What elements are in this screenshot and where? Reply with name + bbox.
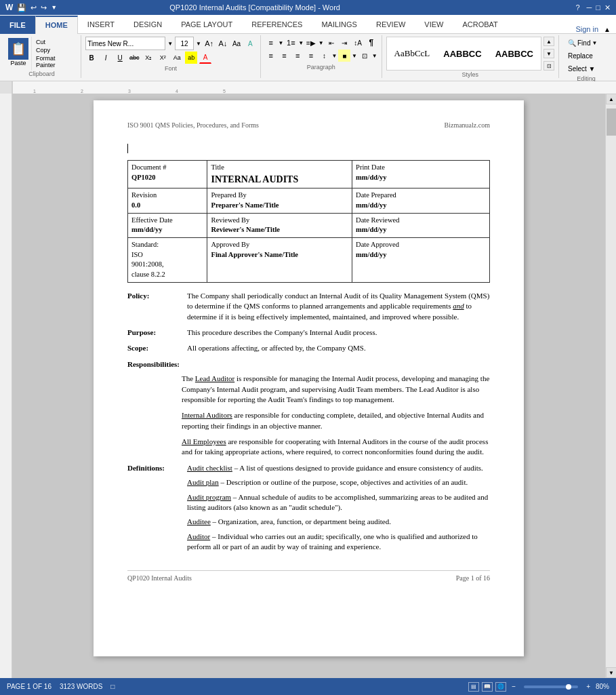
- purpose-label: Purpose:: [127, 327, 182, 338]
- multilevel-list-button[interactable]: ≡▶: [305, 37, 317, 49]
- clear-format-button[interactable]: Aa: [230, 37, 242, 49]
- paste-label: Paste: [10, 60, 26, 66]
- quick-access-redo[interactable]: ↪: [41, 3, 47, 12]
- tab-review[interactable]: REVIEW: [367, 15, 415, 33]
- collapse-ribbon-icon[interactable]: ▲: [604, 26, 611, 33]
- style-default-button[interactable]: AaBbCcL: [388, 38, 436, 69]
- cursor-line[interactable]: [127, 144, 490, 155]
- footer-right: Page 1 of 16: [456, 574, 490, 583]
- strikethrough-button[interactable]: abc: [128, 52, 140, 64]
- zoom-percent[interactable]: 80%: [596, 683, 609, 690]
- select-button[interactable]: Select ▼: [563, 62, 600, 75]
- align-left-button[interactable]: ≡: [265, 49, 277, 62]
- increase-indent-button[interactable]: ⇥: [338, 37, 350, 49]
- zoom-out-button[interactable]: −: [512, 683, 516, 690]
- quick-access-save[interactable]: 💾: [17, 3, 26, 12]
- bullets-button[interactable]: ≡: [265, 37, 277, 49]
- scroll-area[interactable]: ISO 9001 QMS Policies, Procedures, and F…: [12, 94, 605, 678]
- tab-file[interactable]: FILE: [0, 16, 35, 34]
- tab-acrobat[interactable]: ACROBAT: [453, 15, 507, 33]
- minimize-button[interactable]: ─: [587, 3, 592, 12]
- shading-dropdown[interactable]: ▼: [352, 53, 357, 59]
- font-name-dropdown-icon[interactable]: ▼: [167, 41, 173, 47]
- bold-button[interactable]: B: [85, 52, 98, 64]
- tab-mailings[interactable]: MAILINGS: [312, 15, 367, 33]
- line-spacing-dropdown[interactable]: ▼: [331, 53, 337, 59]
- increase-font-button[interactable]: A↑: [203, 37, 215, 49]
- align-right-button[interactable]: ≡: [291, 49, 304, 62]
- editing-group: 🔍 Find ▼ Replace Select ▼ Editing: [559, 35, 613, 78]
- find-dropdown-icon[interactable]: ▼: [592, 40, 597, 46]
- style-nospacing-sample: AABBCC: [443, 49, 481, 59]
- underline-button[interactable]: U: [114, 52, 126, 64]
- replace-button[interactable]: Replace: [563, 49, 598, 62]
- borders-dropdown[interactable]: ▼: [372, 53, 377, 59]
- quick-access-dropdown[interactable]: ▼: [51, 4, 57, 11]
- def1-text: – A list of questions designed to provid…: [234, 464, 483, 472]
- zoom-slider[interactable]: [524, 686, 578, 688]
- scroll-thumb[interactable]: [607, 108, 616, 136]
- paste-button[interactable]: 📋 Paste: [5, 37, 32, 71]
- text-effects-button[interactable]: A: [245, 37, 256, 49]
- numbering-button[interactable]: 1≡: [285, 37, 297, 49]
- definition-5: Auditor – Individual who carries out an …: [187, 532, 490, 553]
- scroll-down-button[interactable]: ▼: [606, 667, 616, 678]
- standard-label: Standard:: [131, 240, 203, 250]
- sign-in-link[interactable]: Sign in: [575, 25, 598, 33]
- styles-more[interactable]: ⊡: [543, 61, 554, 71]
- close-button[interactable]: ✕: [604, 3, 611, 12]
- shading-button[interactable]: ■: [338, 49, 350, 62]
- text-case-button[interactable]: Aa: [171, 52, 183, 64]
- scroll-track[interactable]: [606, 104, 616, 667]
- cut-button[interactable]: Cut: [35, 38, 77, 46]
- zoom-thumb[interactable]: [566, 684, 571, 690]
- web-layout-button[interactable]: 🌐: [495, 682, 506, 692]
- format-painter-button[interactable]: Format Painter: [35, 54, 77, 69]
- tab-home[interactable]: HOME: [35, 16, 78, 34]
- scroll-up-button[interactable]: ▲: [606, 94, 616, 104]
- superscript-button[interactable]: X²: [157, 52, 169, 64]
- italic-button[interactable]: I: [100, 52, 112, 64]
- find-button[interactable]: 🔍 Find ▼: [563, 37, 602, 49]
- font-color-button[interactable]: A: [199, 52, 211, 64]
- tab-design[interactable]: DESIGN: [124, 15, 171, 33]
- definitions-label: Definitions:: [127, 463, 182, 473]
- bullets-dropdown[interactable]: ▼: [279, 40, 284, 46]
- decrease-font-button[interactable]: A↓: [217, 37, 228, 49]
- copy-button[interactable]: Copy: [35, 46, 77, 54]
- zoom-in-button[interactable]: +: [586, 683, 590, 690]
- align-center-button[interactable]: ≡: [279, 49, 291, 62]
- justify-button[interactable]: ≡: [305, 49, 317, 62]
- borders-button[interactable]: ⊡: [358, 49, 371, 62]
- quick-access-undo[interactable]: ↩: [30, 3, 37, 12]
- show-formatting-button[interactable]: ¶: [365, 37, 377, 49]
- read-mode-button[interactable]: 📖: [482, 682, 493, 692]
- clipboard-group-content: 📋 Paste Cut Copy Format Painter: [5, 37, 78, 71]
- multilevel-dropdown[interactable]: ▼: [319, 40, 324, 46]
- ribbon-content: 📋 Paste Cut Copy Format Painter Clipboar…: [0, 34, 616, 81]
- tab-page-layout[interactable]: PAGE LAYOUT: [171, 15, 242, 33]
- font-name-input[interactable]: [85, 37, 165, 50]
- sort-button[interactable]: ↕A: [352, 37, 364, 49]
- editing-row1: 🔍 Find ▼: [563, 37, 609, 49]
- font-size-input[interactable]: [175, 37, 194, 50]
- tab-insert[interactable]: INSERT: [78, 15, 124, 33]
- font-size-dropdown-icon[interactable]: ▼: [196, 41, 201, 47]
- document-info-table: Document # QP1020 Title INTERNAL AUDITS …: [127, 160, 490, 283]
- style-nospacing-button[interactable]: AABBCC: [437, 38, 487, 69]
- highlight-color-button[interactable]: ab: [185, 52, 197, 64]
- layout-icon[interactable]: □: [110, 683, 115, 690]
- help-button[interactable]: ?: [575, 3, 579, 12]
- status-bar-left: PAGE 1 OF 16 3123 WORDS □: [7, 683, 115, 690]
- print-layout-button[interactable]: ▤: [468, 682, 479, 692]
- subscript-button[interactable]: X₂: [142, 52, 155, 64]
- line-spacing-button[interactable]: ↕: [319, 49, 331, 62]
- tab-view[interactable]: VIEW: [415, 15, 453, 33]
- numbering-dropdown[interactable]: ▼: [298, 40, 304, 46]
- styles-scroll-up[interactable]: ▲: [543, 37, 554, 46]
- tab-references[interactable]: REFERENCES: [242, 15, 312, 33]
- style-heading1-button[interactable]: AABBCC: [489, 38, 539, 69]
- styles-scroll-down[interactable]: ▼: [543, 49, 554, 58]
- maximize-button[interactable]: □: [596, 3, 600, 12]
- decrease-indent-button[interactable]: ⇤: [325, 37, 337, 49]
